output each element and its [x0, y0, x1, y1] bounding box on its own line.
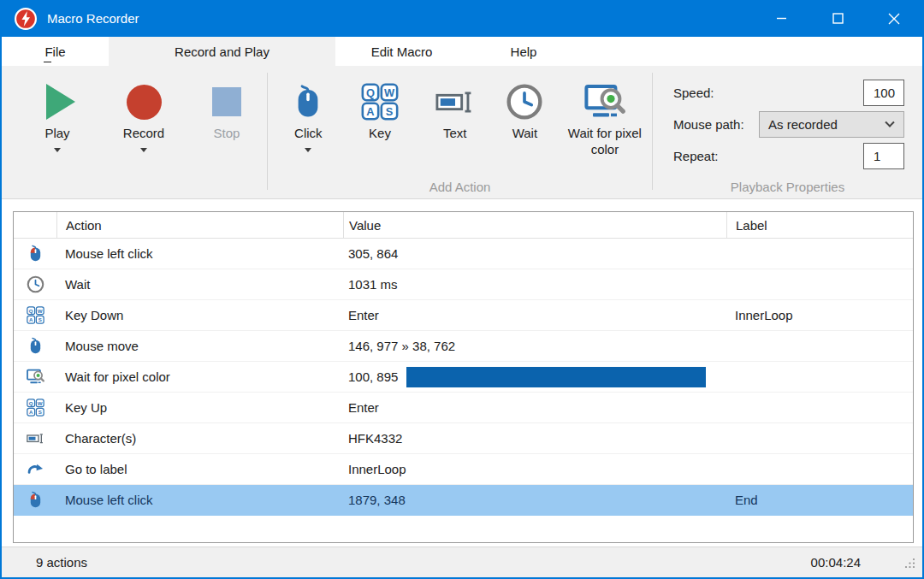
tab-record-and-play[interactable]: Record and Play [109, 37, 335, 66]
click-button[interactable]: Click [275, 66, 342, 152]
key-button-label: Key [369, 126, 391, 142]
table-row[interactable]: Mouse move146, 977 » 38, 762 [14, 331, 913, 362]
wait-button[interactable]: Wait [494, 66, 556, 142]
playback-properties-group-label: Playback Properties [653, 180, 922, 194]
text-button-label: Text [443, 126, 467, 142]
wait-button-label: Wait [512, 126, 537, 142]
column-header-value[interactable]: Value [343, 212, 726, 238]
table-row[interactable]: Mouse left click1879, 348End [14, 485, 913, 516]
key-icon [14, 306, 56, 324]
pixel-color-swatch [406, 367, 706, 387]
label-cell: InnerLoop [726, 308, 913, 322]
key-icon [14, 399, 56, 417]
repeat-input[interactable]: 1 [863, 143, 904, 169]
wait-icon [14, 275, 56, 293]
speed-input[interactable]: 100 [863, 80, 904, 106]
content-area: Action Value Label Mouse left click305, … [2, 199, 922, 547]
repeat-label: Repeat: [673, 149, 719, 163]
table-row[interactable]: Character(s)HFK4332 [14, 423, 913, 454]
tab-file[interactable]: File [2, 37, 109, 66]
elapsed-time: 00:04:24 [811, 547, 861, 577]
key-button[interactable]: Key [344, 66, 417, 142]
play-dropdown-caret-icon[interactable] [54, 148, 61, 152]
monitor-magnifier-icon [584, 81, 625, 122]
action-cell: Character(s) [56, 431, 343, 446]
table-row[interactable]: Key DownEnterInnerLoop [14, 300, 913, 331]
action-cell: Go to label [56, 462, 343, 476]
column-header-label[interactable]: Label [726, 212, 913, 238]
add-action-group: Click Key Text Wait Wait for pixel color… [268, 66, 652, 198]
ribbon: Play Record Stop Click Key [2, 66, 922, 199]
record-button[interactable]: Record [103, 66, 185, 152]
label-cell: End [726, 493, 913, 507]
text-button[interactable]: Text [418, 66, 492, 142]
action-cell: Key Down [56, 308, 343, 322]
app-logo-icon [15, 8, 37, 30]
table-header: Action Value Label [14, 212, 913, 239]
action-cell: Mouse left click [56, 246, 343, 261]
value-cell: 146, 977 » 38, 762 [343, 339, 726, 353]
clock-icon [506, 83, 543, 121]
table-row[interactable]: Key UpEnter [14, 393, 913, 423]
text-field-icon [435, 82, 475, 121]
record-icon [127, 85, 162, 120]
action-cell: Mouse left click [56, 493, 343, 507]
actions-table: Action Value Label Mouse left click305, … [13, 211, 914, 543]
record-dropdown-caret-icon[interactable] [140, 148, 147, 152]
table-row[interactable]: Mouse left click305, 864 [14, 239, 913, 269]
tab-edit-macro[interactable]: Edit Macro [335, 37, 468, 66]
column-header-action[interactable]: Action [56, 212, 343, 238]
add-action-group-label: Add Action [268, 180, 652, 194]
column-header-icon[interactable] [14, 212, 56, 238]
close-button[interactable] [866, 0, 922, 37]
stop-button: Stop [193, 66, 260, 142]
actions-count: 9 actions [36, 547, 87, 577]
window-title: Macro Recorder [47, 11, 139, 26]
play-button[interactable]: Play [21, 66, 94, 152]
table-body: Mouse left click305, 864Wait1031 msKey D… [14, 239, 913, 516]
value-cell: Enter [343, 308, 726, 322]
play-button-label: Play [44, 126, 69, 142]
resize-grip-icon[interactable] [904, 557, 915, 572]
mouse-move-icon [14, 337, 56, 355]
speed-label: Speed: [673, 86, 714, 100]
tab-help[interactable]: Help [468, 37, 579, 66]
stop-button-label: Stop [214, 126, 240, 142]
value-cell: 100, 895 [343, 367, 726, 387]
mouse-left-click-icon [14, 245, 56, 263]
chevron-down-icon [885, 117, 894, 127]
playback-properties-group: Speed: 100 Mouse path: As recorded Repea… [653, 66, 922, 198]
mouse-path-select[interactable]: As recorded [759, 111, 904, 138]
value-cell: Enter [343, 400, 726, 415]
mouse-path-selected-value: As recorded [768, 117, 838, 132]
playback-buttons-group: Play Record Stop [2, 66, 267, 198]
action-cell: Wait for pixel color [56, 369, 343, 384]
mouse-path-label: Mouse path: [673, 117, 744, 132]
wait-pixel-color-icon [14, 368, 56, 386]
wait-for-pixel-color-button[interactable]: Wait for pixel color [558, 66, 652, 158]
keyboard-keys-icon [361, 83, 399, 121]
value-cell: 1031 ms [343, 277, 726, 292]
text-icon [14, 429, 56, 447]
macro-recorder-window: Macro Recorder File Record and Play Edit… [0, 0, 924, 579]
play-icon [46, 84, 75, 120]
action-cell: Key Up [56, 400, 343, 415]
value-cell: 305, 864 [343, 246, 726, 261]
action-cell: Wait [56, 277, 343, 292]
value-cell: 1879, 348 [343, 493, 726, 507]
minimize-button[interactable] [753, 0, 809, 37]
click-button-label: Click [294, 126, 323, 142]
table-row[interactable]: Go to labelInnerLoop [14, 454, 913, 485]
record-button-label: Record [123, 126, 164, 142]
click-dropdown-caret-icon[interactable] [305, 148, 311, 152]
value-cell: HFK4332 [343, 431, 726, 446]
action-cell: Mouse move [56, 339, 343, 353]
wait-for-pixel-color-label: Wait for pixel color [562, 126, 648, 158]
table-row[interactable]: Wait1031 ms [14, 269, 913, 300]
menu-tabbar: File Record and Play Edit Macro Help [2, 37, 922, 66]
statusbar: 9 actions 00:04:24 [2, 547, 922, 577]
titlebar: Macro Recorder [2, 0, 922, 37]
table-row[interactable]: Wait for pixel color100, 895 [14, 362, 913, 393]
mouse-left-click-icon [14, 491, 56, 509]
maximize-button[interactable] [809, 0, 866, 37]
